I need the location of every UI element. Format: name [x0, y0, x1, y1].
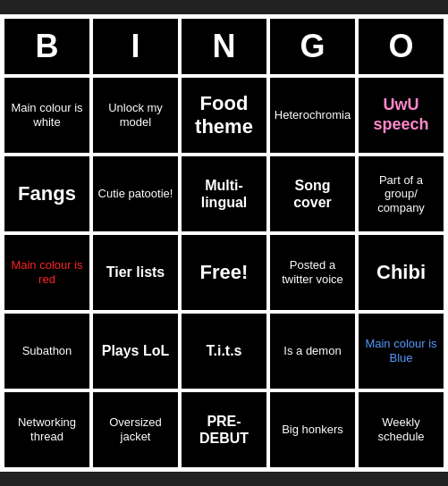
bingo-cell: T.i.t.s: [180, 312, 268, 390]
header-letter: N: [180, 17, 268, 76]
bingo-cell: Posted a twitter voice: [268, 233, 357, 312]
bingo-cell: Fangs: [3, 155, 91, 233]
bingo-cell: Weekly schedule: [357, 390, 445, 469]
bingo-cell: Is a demon: [268, 312, 357, 390]
header-letter: G: [268, 17, 357, 76]
bingo-cell: Unlock my model: [91, 76, 180, 155]
header-letter: B: [3, 17, 91, 76]
bingo-cell: Food theme: [180, 76, 268, 155]
bingo-cell: Main colour is Blue: [357, 312, 445, 390]
bingo-cell: Cutie patootie!: [91, 155, 180, 233]
bingo-cell: Main colour is red: [3, 233, 91, 312]
header-letter: O: [357, 17, 445, 76]
bingo-cell: Part of a group/ company: [357, 155, 445, 233]
bingo-cell: Multi-lingual: [180, 155, 268, 233]
bingo-cell: Main colour is white: [3, 76, 91, 155]
bingo-cell: PRE-DEBUT: [180, 390, 268, 469]
bingo-cell: Subathon: [3, 312, 91, 390]
bingo-cell: Song cover: [268, 155, 357, 233]
bingo-header: BINGO: [3, 17, 445, 76]
bingo-cell: Tier lists: [91, 233, 180, 312]
bingo-cell: Chibi: [357, 233, 445, 312]
bingo-cell: Big honkers: [268, 390, 357, 469]
bingo-card: BINGO Main colour is whiteUnlock my mode…: [0, 14, 448, 472]
bingo-cell: Free!: [180, 233, 268, 312]
bingo-cell: Heterochromia: [268, 76, 357, 155]
bingo-cell: Networking thread: [3, 390, 91, 469]
bingo-cell: UwU speech: [357, 76, 445, 155]
bingo-grid: Main colour is whiteUnlock my modelFood …: [3, 76, 445, 469]
bingo-cell: Oversized jacket: [91, 390, 180, 469]
header-letter: I: [91, 17, 180, 76]
bingo-cell: Plays LoL: [91, 312, 180, 390]
